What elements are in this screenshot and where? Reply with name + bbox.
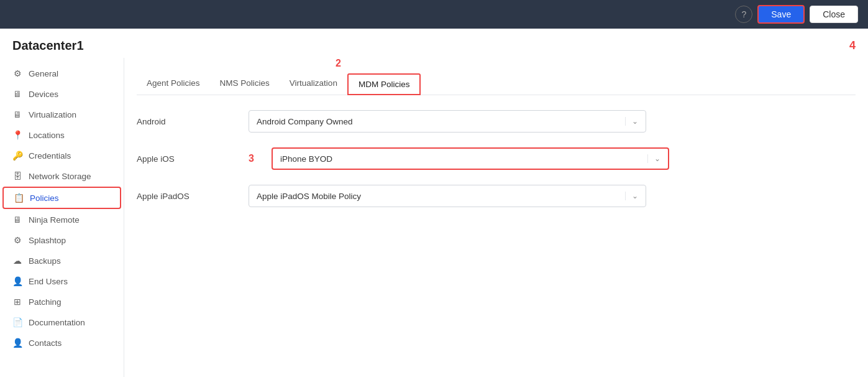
sidebar-item-policies[interactable]: 📋 Policies bbox=[2, 187, 121, 209]
chevron-down-icon: ⌄ bbox=[625, 192, 638, 200]
save-button[interactable]: Save bbox=[757, 5, 805, 24]
form-content: Android Android Company Owned ⌄ Apple iO… bbox=[137, 110, 856, 207]
sidebar: ⚙ General 🖥 Devices 🖥 Virtualization 📍 L… bbox=[0, 58, 124, 377]
devices-icon: 🖥 bbox=[12, 89, 22, 99]
credentials-icon: 🔑 bbox=[12, 151, 22, 161]
sidebar-label-end-users: End Users bbox=[29, 277, 68, 286]
step4-badge: 4 bbox=[849, 39, 856, 52]
sidebar-label-general: General bbox=[29, 69, 58, 78]
main-layout: ⚙ General 🖥 Devices 🖥 Virtualization 📍 L… bbox=[0, 58, 868, 377]
form-row-apple-ipados: Apple iPadOS Apple iPadOS Mobile Policy … bbox=[137, 185, 856, 207]
sidebar-item-patching[interactable]: ⊞ Patching bbox=[2, 292, 121, 312]
splashtop-icon: ⚙ bbox=[12, 235, 22, 245]
network-storage-icon: 🗄 bbox=[12, 171, 22, 181]
general-icon: ⚙ bbox=[12, 68, 22, 78]
sidebar-label-network-storage: Network Storage bbox=[29, 172, 91, 181]
page-container: Datacenter1 4 ⚙ General 🖥 Devices 🖥 Virt… bbox=[0, 29, 868, 377]
page-title: Datacenter1 bbox=[12, 39, 84, 53]
sidebar-label-contacts: Contacts bbox=[29, 338, 62, 348]
help-button[interactable]: ? bbox=[735, 6, 752, 23]
sidebar-item-general[interactable]: ⚙ General bbox=[2, 63, 121, 83]
documentation-icon: 📄 bbox=[12, 317, 22, 327]
contacts-icon: 👤 bbox=[12, 338, 22, 348]
sidebar-label-virtualization: Virtualization bbox=[29, 110, 76, 119]
sidebar-item-credentials[interactable]: 🔑 Credentials bbox=[2, 146, 121, 165]
tab-agent-policies[interactable]: Agent Policies bbox=[137, 73, 210, 95]
sidebar-label-splashtop: Splashtop bbox=[29, 236, 66, 245]
sidebar-label-credentials: Credentials bbox=[29, 151, 71, 161]
sidebar-item-documentation[interactable]: 📄 Documentation bbox=[2, 312, 121, 332]
sidebar-label-locations: Locations bbox=[29, 131, 65, 140]
sidebar-item-splashtop[interactable]: ⚙ Splashtop bbox=[2, 230, 121, 250]
virtualization-icon: 🖥 bbox=[12, 109, 22, 119]
sidebar-item-virtualization[interactable]: 🖥 Virtualization bbox=[2, 105, 121, 124]
chevron-down-icon: ⌄ bbox=[625, 117, 638, 126]
tab-mdm-policies[interactable]: MDM Policies bbox=[347, 73, 421, 95]
sidebar-item-devices[interactable]: 🖥 Devices bbox=[2, 84, 121, 104]
sidebar-item-locations[interactable]: 📍 Locations bbox=[2, 125, 121, 145]
policies-icon: 📋 bbox=[14, 193, 24, 203]
close-button[interactable]: Close bbox=[810, 6, 858, 23]
select-apple-ios-value: iPhone BYOD bbox=[280, 154, 642, 164]
page-header: Datacenter1 4 bbox=[0, 29, 868, 58]
step3-badge: 3 bbox=[249, 153, 254, 164]
label-apple-ipados: Apple iPadOS bbox=[137, 192, 236, 201]
select-android[interactable]: Android Company Owned ⌄ bbox=[249, 110, 646, 133]
form-row-apple-ios: Apple iOS 3 iPhone BYOD ⌄ bbox=[137, 147, 856, 170]
sidebar-label-documentation: Documentation bbox=[29, 318, 85, 327]
locations-icon: 📍 bbox=[12, 130, 22, 140]
select-apple-ipados[interactable]: Apple iPadOS Mobile Policy ⌄ bbox=[249, 185, 646, 207]
content-area: 2 Agent Policies NMS Policies Virtualiza… bbox=[124, 58, 868, 377]
sidebar-item-backups[interactable]: ☁ Backups bbox=[2, 251, 121, 271]
form-row-android: Android Android Company Owned ⌄ bbox=[137, 110, 856, 133]
patching-icon: ⊞ bbox=[12, 297, 22, 307]
select-apple-ipados-value: Apple iPadOS Mobile Policy bbox=[257, 192, 620, 201]
label-android: Android bbox=[137, 117, 236, 126]
label-apple-ios: Apple iOS bbox=[137, 154, 236, 164]
end-users-icon: 👤 bbox=[12, 276, 22, 286]
chevron-down-icon: ⌄ bbox=[647, 154, 660, 163]
sidebar-item-contacts[interactable]: 👤 Contacts bbox=[2, 333, 121, 353]
tabs-container: Agent Policies NMS Policies Virtualizati… bbox=[137, 68, 856, 95]
sidebar-label-devices: Devices bbox=[29, 90, 58, 99]
step2-badge: 2 bbox=[336, 58, 341, 69]
select-android-value: Android Company Owned bbox=[257, 117, 620, 126]
sidebar-label-policies: Policies bbox=[30, 193, 59, 203]
sidebar-item-network-storage[interactable]: 🗄 Network Storage bbox=[2, 166, 121, 186]
sidebar-label-ninja-remote: Ninja Remote bbox=[29, 215, 80, 225]
ninja-remote-icon: 🖥 bbox=[12, 215, 22, 225]
sidebar-item-end-users[interactable]: 👤 End Users bbox=[2, 271, 121, 291]
backups-icon: ☁ bbox=[12, 256, 22, 266]
sidebar-label-patching: Patching bbox=[29, 297, 62, 307]
tab-virtualization[interactable]: Virtualization bbox=[280, 73, 347, 95]
select-apple-ios[interactable]: iPhone BYOD ⌄ bbox=[272, 147, 669, 170]
tab-nms-policies[interactable]: NMS Policies bbox=[210, 73, 280, 95]
sidebar-label-backups: Backups bbox=[29, 256, 61, 266]
sidebar-item-ninja-remote[interactable]: 🖥 Ninja Remote bbox=[2, 210, 121, 230]
top-bar: ? Save Close bbox=[0, 0, 868, 29]
